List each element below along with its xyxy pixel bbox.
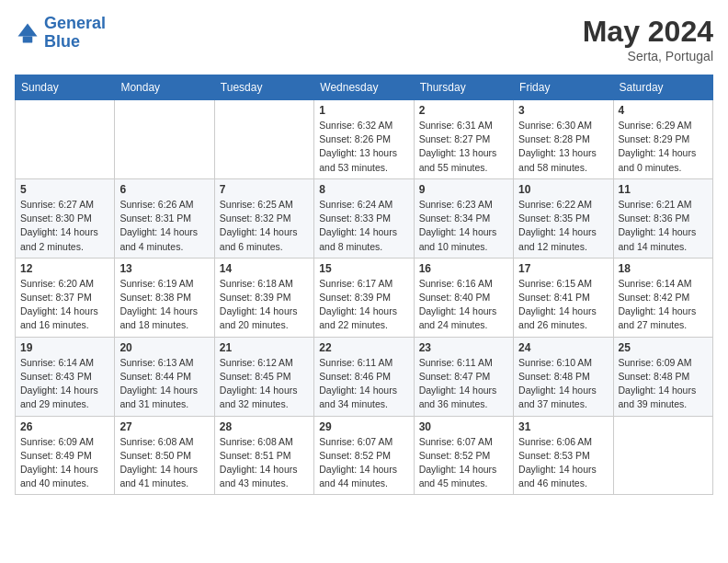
calendar-week-4: 19Sunrise: 6:14 AMSunset: 8:43 PMDayligh… bbox=[16, 337, 713, 416]
day-number: 6 bbox=[119, 183, 209, 196]
day-number: 26 bbox=[20, 420, 109, 433]
weekday-header-row: SundayMondayTuesdayWednesdayThursdayFrid… bbox=[16, 75, 713, 100]
day-info: Sunrise: 6:16 AMSunset: 8:40 PMDaylight:… bbox=[419, 277, 508, 333]
page-header: General Blue May 2024 Serta, Portugal bbox=[15, 15, 713, 63]
weekday-header-thursday: Thursday bbox=[414, 75, 513, 100]
calendar-cell: 14Sunrise: 6:18 AMSunset: 8:39 PMDayligh… bbox=[214, 258, 313, 337]
day-info: Sunrise: 6:22 AMSunset: 8:35 PMDaylight:… bbox=[518, 198, 608, 254]
day-info: Sunrise: 6:11 AMSunset: 8:46 PMDaylight:… bbox=[319, 356, 408, 412]
day-info: Sunrise: 6:08 AMSunset: 8:51 PMDaylight:… bbox=[220, 435, 309, 491]
calendar-cell: 28Sunrise: 6:08 AMSunset: 8:51 PMDayligh… bbox=[214, 416, 313, 495]
calendar-cell: 10Sunrise: 6:22 AMSunset: 8:35 PMDayligh… bbox=[514, 178, 613, 258]
calendar-cell: 29Sunrise: 6:07 AMSunset: 8:52 PMDayligh… bbox=[314, 416, 414, 495]
day-info: Sunrise: 6:07 AMSunset: 8:52 PMDaylight:… bbox=[419, 435, 508, 491]
day-number: 19 bbox=[20, 341, 109, 354]
calendar-cell: 16Sunrise: 6:16 AMSunset: 8:40 PMDayligh… bbox=[414, 258, 513, 337]
day-info: Sunrise: 6:20 AMSunset: 8:37 PMDaylight:… bbox=[20, 277, 109, 333]
calendar-cell: 23Sunrise: 6:11 AMSunset: 8:47 PMDayligh… bbox=[414, 337, 513, 416]
day-number: 7 bbox=[220, 183, 309, 196]
day-number: 27 bbox=[119, 420, 209, 433]
day-number: 12 bbox=[20, 262, 109, 275]
day-info: Sunrise: 6:07 AMSunset: 8:52 PMDaylight:… bbox=[319, 435, 408, 491]
svg-rect-1 bbox=[23, 36, 33, 42]
day-number: 21 bbox=[220, 341, 309, 354]
logo: General Blue bbox=[15, 15, 106, 52]
day-number: 25 bbox=[619, 341, 708, 354]
day-number: 17 bbox=[518, 262, 608, 275]
calendar-cell: 27Sunrise: 6:08 AMSunset: 8:50 PMDayligh… bbox=[115, 416, 214, 495]
day-number: 31 bbox=[518, 420, 608, 433]
day-number: 20 bbox=[119, 341, 209, 354]
calendar-cell: 12Sunrise: 6:20 AMSunset: 8:37 PMDayligh… bbox=[16, 258, 115, 337]
calendar-cell: 31Sunrise: 6:06 AMSunset: 8:53 PMDayligh… bbox=[514, 416, 613, 495]
day-info: Sunrise: 6:08 AMSunset: 8:50 PMDaylight:… bbox=[119, 435, 209, 491]
day-number: 24 bbox=[518, 341, 608, 354]
day-number: 10 bbox=[518, 183, 608, 196]
day-number: 30 bbox=[419, 420, 508, 433]
day-info: Sunrise: 6:26 AMSunset: 8:31 PMDaylight:… bbox=[119, 198, 209, 254]
day-number: 22 bbox=[319, 341, 408, 354]
day-number: 16 bbox=[419, 262, 508, 275]
calendar-cell: 15Sunrise: 6:17 AMSunset: 8:39 PMDayligh… bbox=[314, 258, 414, 337]
day-number: 15 bbox=[319, 262, 408, 275]
calendar-cell bbox=[16, 100, 115, 179]
day-info: Sunrise: 6:09 AMSunset: 8:49 PMDaylight:… bbox=[20, 435, 109, 491]
calendar-cell: 17Sunrise: 6:15 AMSunset: 8:41 PMDayligh… bbox=[514, 258, 613, 337]
weekday-header-sunday: Sunday bbox=[16, 75, 115, 100]
day-info: Sunrise: 6:10 AMSunset: 8:48 PMDaylight:… bbox=[518, 356, 608, 412]
calendar-cell: 13Sunrise: 6:19 AMSunset: 8:38 PMDayligh… bbox=[115, 258, 214, 337]
calendar-cell: 5Sunrise: 6:27 AMSunset: 8:30 PMDaylight… bbox=[16, 178, 115, 258]
calendar-cell: 26Sunrise: 6:09 AMSunset: 8:49 PMDayligh… bbox=[16, 416, 115, 495]
calendar-cell: 11Sunrise: 6:21 AMSunset: 8:36 PMDayligh… bbox=[613, 178, 712, 258]
month-year: May 2024 bbox=[583, 15, 713, 49]
calendar-cell: 4Sunrise: 6:29 AMSunset: 8:29 PMDaylight… bbox=[613, 100, 712, 179]
calendar-table: SundayMondayTuesdayWednesdayThursdayFrid… bbox=[15, 75, 713, 495]
day-info: Sunrise: 6:14 AMSunset: 8:43 PMDaylight:… bbox=[20, 356, 109, 412]
calendar-week-2: 5Sunrise: 6:27 AMSunset: 8:30 PMDaylight… bbox=[16, 178, 713, 258]
day-number: 23 bbox=[419, 341, 508, 354]
title-block: May 2024 Serta, Portugal bbox=[583, 15, 713, 63]
day-info: Sunrise: 6:30 AMSunset: 8:28 PMDaylight:… bbox=[518, 119, 608, 175]
calendar-cell bbox=[214, 100, 313, 179]
calendar-week-1: 1Sunrise: 6:32 AMSunset: 8:26 PMDaylight… bbox=[16, 100, 713, 179]
day-info: Sunrise: 6:18 AMSunset: 8:39 PMDaylight:… bbox=[220, 277, 309, 333]
logo-text: General Blue bbox=[44, 15, 106, 52]
day-info: Sunrise: 6:17 AMSunset: 8:39 PMDaylight:… bbox=[319, 277, 408, 333]
weekday-header-wednesday: Wednesday bbox=[314, 75, 414, 100]
calendar-week-3: 12Sunrise: 6:20 AMSunset: 8:37 PMDayligh… bbox=[16, 258, 713, 337]
day-number: 4 bbox=[619, 104, 708, 117]
calendar-cell: 2Sunrise: 6:31 AMSunset: 8:27 PMDaylight… bbox=[414, 100, 513, 179]
calendar-week-5: 26Sunrise: 6:09 AMSunset: 8:49 PMDayligh… bbox=[16, 416, 713, 495]
day-number: 18 bbox=[619, 262, 708, 275]
calendar-cell: 3Sunrise: 6:30 AMSunset: 8:28 PMDaylight… bbox=[514, 100, 613, 179]
day-info: Sunrise: 6:09 AMSunset: 8:48 PMDaylight:… bbox=[619, 356, 708, 412]
location: Serta, Portugal bbox=[583, 49, 713, 63]
day-info: Sunrise: 6:14 AMSunset: 8:42 PMDaylight:… bbox=[619, 277, 708, 333]
calendar-cell bbox=[613, 416, 712, 495]
day-info: Sunrise: 6:24 AMSunset: 8:33 PMDaylight:… bbox=[319, 198, 408, 254]
day-number: 9 bbox=[419, 183, 508, 196]
calendar-cell: 30Sunrise: 6:07 AMSunset: 8:52 PMDayligh… bbox=[414, 416, 513, 495]
logo-icon bbox=[15, 20, 40, 46]
day-number: 28 bbox=[220, 420, 309, 433]
weekday-header-monday: Monday bbox=[115, 75, 214, 100]
calendar-cell: 22Sunrise: 6:11 AMSunset: 8:46 PMDayligh… bbox=[314, 337, 414, 416]
day-info: Sunrise: 6:32 AMSunset: 8:26 PMDaylight:… bbox=[319, 119, 408, 175]
day-number: 3 bbox=[518, 104, 608, 117]
day-info: Sunrise: 6:19 AMSunset: 8:38 PMDaylight:… bbox=[119, 277, 209, 333]
day-info: Sunrise: 6:13 AMSunset: 8:44 PMDaylight:… bbox=[119, 356, 209, 412]
day-number: 8 bbox=[319, 183, 408, 196]
calendar-cell: 9Sunrise: 6:23 AMSunset: 8:34 PMDaylight… bbox=[414, 178, 513, 258]
calendar-cell: 21Sunrise: 6:12 AMSunset: 8:45 PMDayligh… bbox=[214, 337, 313, 416]
calendar-cell bbox=[115, 100, 214, 179]
day-number: 13 bbox=[119, 262, 209, 275]
svg-marker-0 bbox=[18, 23, 38, 36]
calendar-cell: 1Sunrise: 6:32 AMSunset: 8:26 PMDaylight… bbox=[314, 100, 414, 179]
weekday-header-tuesday: Tuesday bbox=[214, 75, 313, 100]
calendar-cell: 18Sunrise: 6:14 AMSunset: 8:42 PMDayligh… bbox=[613, 258, 712, 337]
calendar-cell: 25Sunrise: 6:09 AMSunset: 8:48 PMDayligh… bbox=[613, 337, 712, 416]
calendar-cell: 19Sunrise: 6:14 AMSunset: 8:43 PMDayligh… bbox=[16, 337, 115, 416]
calendar-cell: 8Sunrise: 6:24 AMSunset: 8:33 PMDaylight… bbox=[314, 178, 414, 258]
day-info: Sunrise: 6:21 AMSunset: 8:36 PMDaylight:… bbox=[619, 198, 708, 254]
day-info: Sunrise: 6:11 AMSunset: 8:47 PMDaylight:… bbox=[419, 356, 508, 412]
